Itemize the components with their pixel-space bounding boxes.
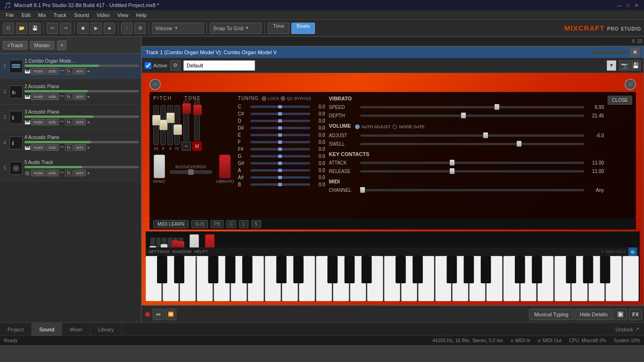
track-vol-2[interactable] (25, 90, 139, 92)
drawbar-handle-iv[interactable] (173, 124, 182, 135)
note-handle-C[interactable] (278, 105, 282, 108)
attack-slider[interactable] (360, 162, 585, 164)
track-fx-5[interactable]: fx (65, 170, 73, 176)
drawbar-handle-4[interactable] (166, 113, 175, 123)
add-track-button[interactable]: +Track (3, 41, 27, 49)
beats-button[interactable]: Beats (291, 23, 315, 34)
note-slider-Gs[interactable] (250, 162, 310, 165)
adjust-slider[interactable] (360, 134, 585, 137)
vibrato-btn[interactable] (219, 155, 231, 178)
menu-video[interactable]: Video (93, 11, 114, 19)
note-handle-Gs[interactable] (278, 162, 282, 165)
track-arm-1[interactable]: arm (74, 68, 86, 74)
tab-sound[interactable]: Sound (32, 323, 62, 336)
plugin-save-icon[interactable]: 💾 (630, 60, 641, 71)
track-arm-3[interactable]: arm (74, 119, 86, 125)
tab-library[interactable]: Library (91, 323, 122, 336)
close-button[interactable]: ✕ (633, 1, 640, 9)
drawbar-handle-tone2[interactable] (193, 105, 202, 115)
time-button[interactable]: Time (268, 23, 289, 34)
track-fx-3[interactable]: fx (65, 119, 73, 125)
track-fx-4[interactable]: fx (65, 144, 73, 151)
swell-handle[interactable] (517, 141, 521, 147)
fx-button[interactable]: FX (629, 309, 642, 320)
preset-input[interactable] (183, 60, 255, 71)
c-button[interactable]: C (226, 220, 236, 228)
tab-project[interactable]: Project (0, 323, 32, 336)
snap-dropdown[interactable]: Snap To Grid ▼ (210, 23, 262, 34)
note-handle-G[interactable] (278, 155, 282, 158)
s-button[interactable]: S (251, 220, 261, 228)
minimize-button[interactable]: — (616, 1, 623, 9)
track-arm-5[interactable]: arm (74, 170, 86, 176)
settings-button[interactable]: ⚙ (134, 23, 146, 34)
midi-button[interactable]: ♪ (121, 23, 132, 34)
auto-adjust-radio[interactable] (355, 124, 360, 129)
new-button[interactable]: 🗋 (3, 23, 14, 34)
note-handle-D[interactable] (278, 119, 282, 123)
note-slider-Fs[interactable] (250, 148, 310, 150)
note-slider-D[interactable] (250, 120, 310, 122)
active-toggle[interactable] (145, 62, 151, 69)
note-slider-A[interactable] (250, 169, 310, 172)
track-arrow-3[interactable]: ▸ (87, 119, 91, 124)
stop-button[interactable]: ■ (104, 23, 115, 34)
depth-handle[interactable] (461, 113, 466, 118)
record-button[interactable]: ⏺ (77, 23, 89, 34)
save-button[interactable]: 💾 (29, 23, 41, 34)
track-arrow-5[interactable]: ▸ (87, 170, 91, 175)
track-vol-5[interactable] (25, 166, 139, 168)
drawbar-track-4[interactable] (167, 105, 173, 145)
help-tab-btn[interactable]: HELP? (194, 249, 208, 254)
track-mute-5[interactable]: mute (31, 170, 45, 176)
note-slider-Ds[interactable] (250, 127, 310, 129)
note-handle-Fs[interactable] (278, 148, 282, 151)
track-arm-2[interactable]: arm (74, 93, 86, 100)
track-mute-2[interactable]: mute (31, 93, 45, 100)
drawbar-track-iv[interactable] (174, 105, 180, 145)
note-handle-Cs[interactable] (278, 112, 282, 115)
sus-button[interactable]: SUS (191, 220, 208, 228)
track-arrow-1[interactable]: ▸ (87, 68, 91, 74)
tab-mixer[interactable]: Mixer (62, 323, 91, 336)
track-solo-3[interactable]: solo (46, 119, 59, 125)
plugin-scrollbar[interactable] (591, 51, 628, 54)
musical-typing-button[interactable]: Musical Typing (529, 309, 574, 320)
release-handle[interactable] (450, 168, 454, 174)
drawbar-track-tone2[interactable] (194, 100, 200, 140)
track-solo-5[interactable]: solo (46, 170, 59, 176)
plugin-camera-icon[interactable]: 📷 (619, 60, 629, 71)
mod-btn[interactable]: M (192, 141, 202, 151)
bass-chord-slider[interactable] (170, 170, 212, 174)
menu-edit[interactable]: Edit (18, 11, 34, 19)
track-mute-3[interactable]: mute (31, 119, 45, 125)
close-organ-button[interactable]: CLOSE (608, 96, 632, 105)
adjust-handle[interactable] (483, 132, 488, 138)
note-slider-C[interactable] (250, 106, 310, 108)
track-fx-1[interactable]: fx (65, 68, 73, 74)
note-slider-G[interactable] (250, 155, 310, 157)
attack-handle[interactable] (450, 160, 454, 165)
midi-learn-button[interactable]: MIDI LEARN (153, 220, 189, 228)
volume-dropdown[interactable]: Volume ▼ (152, 23, 204, 34)
tuning-radio-2[interactable] (281, 96, 285, 101)
play-button[interactable]: ▶ (91, 23, 102, 34)
depth-slider[interactable] (360, 115, 585, 117)
tab-undock-btn[interactable]: Undock ↗ (611, 326, 644, 332)
undo-button[interactable]: ↩ (47, 23, 58, 34)
note-slider-As[interactable] (250, 176, 310, 179)
track-solo-2[interactable]: solo (46, 93, 59, 100)
bird-icon[interactable] (628, 247, 637, 256)
note-handle-B[interactable] (278, 183, 282, 186)
release-slider[interactable] (360, 170, 585, 173)
track-vol-3[interactable] (25, 115, 139, 118)
drawbar-track-8[interactable] (160, 105, 166, 145)
drawbar-track-tone1[interactable] (183, 100, 189, 140)
channel-handle[interactable] (360, 187, 365, 193)
track-arrow-2[interactable]: ▸ (87, 94, 91, 99)
track-icon-btn1[interactable]: ≡ (57, 41, 66, 50)
swell-slider[interactable] (360, 143, 585, 145)
note-slider-F[interactable] (250, 141, 310, 143)
note-slider-E[interactable] (250, 134, 310, 136)
play-icon-btn[interactable] (614, 309, 627, 320)
